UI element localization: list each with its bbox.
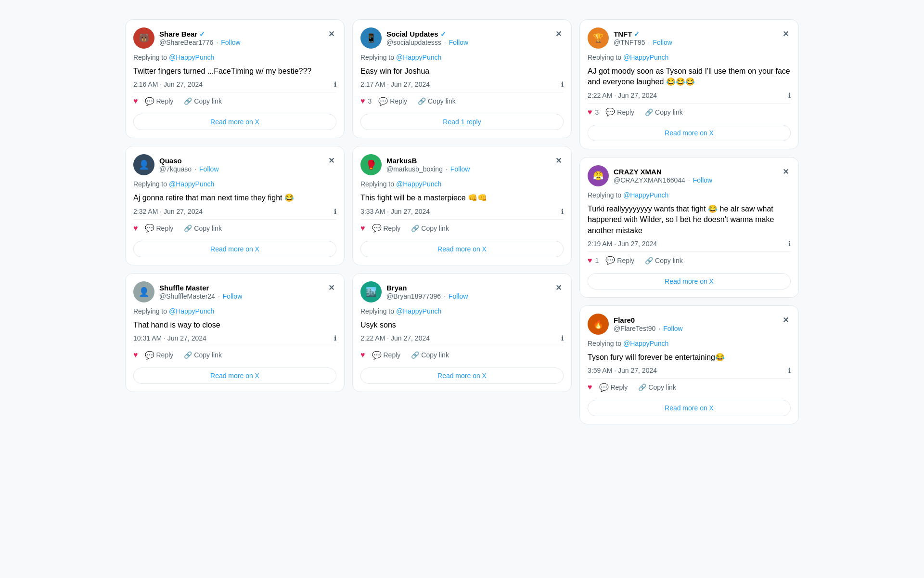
follow-button[interactable]: Follow	[693, 176, 712, 184]
copy-link-label: Copy link	[194, 224, 222, 232]
close-icon[interactable]: ✕	[326, 154, 336, 167]
follow-button[interactable]: Follow	[221, 39, 240, 46]
user-name-row: Quaso	[159, 157, 219, 165]
user-info: 🏆TNFT✓@TNFT95·Follow	[588, 27, 672, 49]
close-icon[interactable]: ✕	[326, 281, 336, 294]
reply-button[interactable]: 💬Reply	[374, 94, 411, 108]
info-icon[interactable]: ℹ	[788, 92, 791, 99]
heart-icon[interactable]: ♥	[133, 97, 138, 105]
follow-button[interactable]: Follow	[450, 165, 470, 173]
copy-link-label: Copy link	[655, 108, 683, 116]
copy-link-button[interactable]: 🔗Copy link	[414, 95, 460, 107]
info-icon[interactable]: ℹ	[334, 208, 336, 215]
close-icon[interactable]: ✕	[781, 165, 791, 178]
follow-button[interactable]: Follow	[653, 39, 672, 46]
info-icon[interactable]: ℹ	[334, 334, 336, 342]
copy-link-label: Copy link	[194, 97, 222, 105]
tweet-actions: ♥💬Reply🔗Copy link	[133, 92, 336, 108]
info-icon[interactable]: ℹ	[561, 334, 564, 342]
username: @TNFT95	[614, 39, 645, 46]
copy-link-button[interactable]: 🔗Copy link	[407, 223, 453, 234]
timestamp: 2:19 AM · Jun 27, 2024	[588, 240, 657, 248]
reply-button[interactable]: 💬Reply	[368, 222, 405, 235]
read-more-button[interactable]: Read more on X	[360, 241, 564, 257]
tweet-card-shuffle: 👤Shuffle Master@ShuffleMaster24·Follow✕R…	[125, 273, 345, 392]
info-icon[interactable]: ℹ	[561, 208, 564, 215]
display-name: Flare0	[614, 316, 635, 324]
read-more-button[interactable]: Read 1 reply	[360, 114, 564, 130]
copy-link-button[interactable]: 🔗Copy link	[407, 349, 453, 361]
reply-button[interactable]: 💬Reply	[368, 348, 405, 362]
avatar: 🏙️	[360, 281, 382, 302]
read-more-button[interactable]: Read more on X	[133, 368, 336, 384]
read-more-button[interactable]: Read more on X	[588, 125, 791, 141]
copy-link-label: Copy link	[655, 257, 683, 264]
heart-icon[interactable]: ♥	[360, 351, 365, 359]
heart-icon[interactable]: ♥	[588, 256, 592, 265]
close-icon[interactable]: ✕	[553, 281, 564, 294]
heart-icon[interactable]: ♥	[588, 383, 592, 392]
tweet-actions: ♥💬Reply🔗Copy link	[133, 219, 336, 235]
reply-button[interactable]: 💬Reply	[141, 348, 178, 362]
user-details: Quaso@7kquaso·Follow	[159, 157, 219, 173]
info-icon[interactable]: ℹ	[788, 367, 791, 374]
copy-link-button[interactable]: 🔗Copy link	[180, 349, 226, 361]
reply-bubble-icon: 💬	[145, 350, 154, 360]
replying-to: Replying to @HappyPunch	[133, 180, 336, 188]
copy-link-button[interactable]: 🔗Copy link	[641, 106, 687, 118]
copy-link-button[interactable]: 🔗Copy link	[634, 381, 680, 393]
reply-button[interactable]: 💬Reply	[141, 94, 178, 108]
copy-link-button[interactable]: 🔗Copy link	[641, 255, 687, 266]
reply-button[interactable]: 💬Reply	[595, 381, 632, 394]
reply-button[interactable]: 💬Reply	[602, 105, 638, 119]
avatar: 🔥	[588, 314, 609, 335]
follow-button[interactable]: Follow	[199, 165, 218, 173]
replying-to: Replying to @HappyPunch	[588, 53, 791, 61]
read-more-button[interactable]: Read more on X	[133, 241, 336, 257]
follow-button[interactable]: Follow	[663, 325, 682, 332]
replying-to: Replying to @HappyPunch	[588, 340, 791, 347]
user-details: TNFT✓@TNFT95·Follow	[614, 30, 672, 46]
read-more-button[interactable]: Read more on X	[133, 114, 336, 130]
close-icon[interactable]: ✕	[326, 27, 336, 40]
display-name: Social Updates	[386, 30, 438, 38]
verified-badge: ✓	[199, 30, 205, 38]
copy-link-label: Copy link	[194, 351, 222, 359]
reply-button[interactable]: 💬Reply	[141, 222, 178, 235]
close-icon[interactable]: ✕	[553, 27, 564, 40]
close-icon[interactable]: ✕	[781, 314, 791, 327]
username-row: @Bryan18977396·Follow	[386, 292, 468, 300]
tweet-text: Easy win for Joshua	[360, 66, 564, 77]
follow-button[interactable]: Follow	[223, 292, 242, 300]
read-more-button[interactable]: Read more on X	[360, 368, 564, 384]
read-more-button[interactable]: Read more on X	[588, 273, 791, 289]
link-icon: 🔗	[184, 351, 192, 359]
tweet-actions: ♥💬Reply🔗Copy link	[588, 378, 791, 394]
tweet-header: 🔥Flare0@FlareTest90·Follow✕	[588, 314, 791, 335]
heart-icon[interactable]: ♥	[588, 108, 592, 117]
replying-to: Replying to @HappyPunch	[133, 307, 336, 315]
close-icon[interactable]: ✕	[553, 154, 564, 167]
reply-label: Reply	[156, 97, 174, 105]
user-name-row: TNFT✓	[614, 30, 672, 38]
heart-icon[interactable]: ♥	[133, 351, 138, 359]
follow-button[interactable]: Follow	[449, 292, 468, 300]
timestamp: 2:17 AM · Jun 27, 2024	[360, 80, 430, 88]
reply-button[interactable]: 💬Reply	[602, 254, 638, 267]
info-icon[interactable]: ℹ	[334, 80, 336, 88]
heart-icon[interactable]: ♥	[360, 97, 365, 105]
user-details: Bryan@Bryan18977396·Follow	[386, 284, 468, 300]
heart-icon[interactable]: ♥	[360, 224, 365, 233]
copy-link-button[interactable]: 🔗Copy link	[180, 223, 226, 234]
reply-label: Reply	[390, 97, 407, 105]
copy-link-button[interactable]: 🔗Copy link	[180, 95, 226, 107]
read-more-button[interactable]: Read more on X	[588, 400, 791, 416]
user-details: Shuffle Master@ShuffleMaster24·Follow	[159, 284, 242, 300]
heart-icon[interactable]: ♥	[133, 224, 138, 233]
tweet-time: 10:31 AM · Jun 27, 2024ℹ	[133, 334, 336, 342]
follow-button[interactable]: Follow	[449, 39, 468, 46]
close-icon[interactable]: ✕	[781, 27, 791, 40]
info-icon[interactable]: ℹ	[788, 240, 791, 248]
info-icon[interactable]: ℹ	[561, 80, 564, 88]
user-info: 🏙️Bryan@Bryan18977396·Follow	[360, 281, 468, 302]
